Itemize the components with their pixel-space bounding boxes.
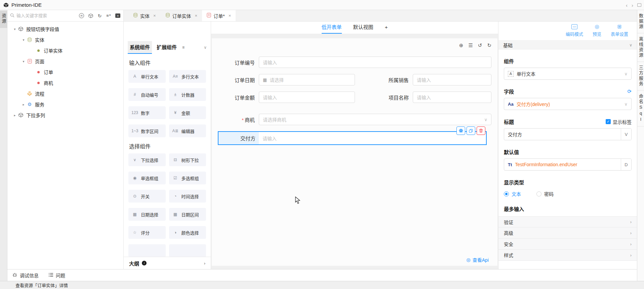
view-tab-1[interactable]: 低开表单 xyxy=(322,22,342,34)
tree-item[interactable]: ▾按钮切换字段值 xyxy=(7,24,123,34)
close-icon[interactable]: × xyxy=(153,13,156,18)
palette-menu-icon[interactable]: ≡ xyxy=(182,45,185,50)
form-text-input[interactable]: 请输入 xyxy=(413,92,491,103)
section-basic-header[interactable]: 基础 ∨ xyxy=(498,40,637,49)
palette-item[interactable]: ◔时间选择 xyxy=(169,190,206,203)
tree-down-arrow-icon[interactable]: ▾ xyxy=(12,27,17,31)
title-input[interactable]: 交付方 xyxy=(504,129,621,140)
palette-item[interactable]: #自动编号 xyxy=(128,88,166,101)
accordion-验证[interactable]: 验证› xyxy=(498,216,637,227)
rail-tab-resources[interactable]: 资源 xyxy=(0,11,7,28)
action-preview[interactable]: ◎预览 xyxy=(593,24,601,40)
view-api-link[interactable]: ◎ 查看Api xyxy=(467,256,489,263)
form-text-input[interactable]: 请输入 xyxy=(413,74,491,85)
close-icon[interactable]: × xyxy=(229,13,231,18)
tab-system-components[interactable]: 系统组件 xyxy=(128,41,152,54)
form-row[interactable]: *商机请选择商机∨ xyxy=(218,114,491,125)
globe-icon[interactable]: ⊕ xyxy=(459,42,464,48)
outline-icon[interactable]: ☰ xyxy=(468,42,473,48)
tree-right-arrow-icon[interactable]: ▸ xyxy=(12,113,17,117)
palette-item[interactable]: A单行文本 xyxy=(128,70,166,83)
add-view-tab[interactable]: + xyxy=(385,22,388,34)
form-select[interactable]: 请选择商机∨ xyxy=(259,114,491,125)
palette-item-partial[interactable] xyxy=(128,244,166,257)
palette-item[interactable]: ☑多选框组 xyxy=(169,172,206,184)
palette-item[interactable]: 123数字 xyxy=(128,106,166,119)
editor-tab-3[interactable]: 订单*× xyxy=(202,10,236,21)
palette-item[interactable]: ∨下拉选择 xyxy=(128,153,166,166)
redo-icon[interactable]: ↻ xyxy=(487,42,491,48)
copy-button[interactable] xyxy=(467,127,475,135)
nav-forward-icon[interactable]: › xyxy=(632,2,633,8)
palette-item[interactable]: A≣编辑器 xyxy=(169,124,206,137)
palette-item[interactable]: ¥金额 xyxy=(169,106,206,119)
form-text-input[interactable]: 请输入 xyxy=(259,132,486,144)
palette-item-partial[interactable] xyxy=(169,244,206,257)
nav-back-icon[interactable]: ‹ xyxy=(626,2,628,8)
form-date-input[interactable]: ▦请选择 xyxy=(259,74,355,85)
form-field[interactable]: 交付方请输入 xyxy=(218,132,486,144)
default-dynamic-button[interactable]: D xyxy=(621,159,631,170)
form-row[interactable]: 订单金额请输入项目名称请输入 xyxy=(218,92,491,103)
tree-item[interactable]: ▾页面 xyxy=(7,56,123,67)
display-type-radio[interactable]: 密码 xyxy=(536,190,554,197)
accordion-高级[interactable]: 高级› xyxy=(498,227,637,239)
bottom-item-问题[interactable]: 问题 xyxy=(49,272,65,279)
palette-item[interactable]: ±计数器 xyxy=(169,88,206,101)
tree-item[interactable]: 商机 xyxy=(7,77,123,88)
tree-down-arrow-icon[interactable]: ▾ xyxy=(21,60,26,63)
undo-icon[interactable]: ↺ xyxy=(478,42,482,48)
display-type-radio[interactable]: 文本 xyxy=(504,190,521,197)
palette-item[interactable]: 1~3数字区间 xyxy=(128,124,166,137)
rail-tab-三方服务[interactable]: 三方服务 xyxy=(637,62,644,91)
model-icon[interactable] xyxy=(88,13,93,19)
tree-item[interactable]: ▾实体 xyxy=(7,34,123,45)
palette-item[interactable]: ▦日期区间 xyxy=(169,208,206,221)
tree-right-arrow-icon[interactable]: ▸ xyxy=(21,103,26,106)
form-row-selected[interactable]: 交付方请输入 xyxy=(218,131,487,145)
form-field[interactable]: 订单编号请输入 xyxy=(218,57,491,68)
palette-item[interactable]: A≡多行文本 xyxy=(169,70,206,83)
sort-icon[interactable]: ≡▲ xyxy=(106,13,112,19)
delete-button[interactable] xyxy=(477,127,485,135)
field-refresh-icon[interactable]: ⟳ xyxy=(627,88,632,95)
component-select[interactable]: A 单行文本 ∨ xyxy=(504,68,632,80)
tree-item[interactable]: 订单实体 xyxy=(7,45,123,56)
refresh-icon[interactable]: ↻ xyxy=(97,13,103,19)
accordion-样式[interactable]: 样式› xyxy=(498,250,637,261)
form-field[interactable]: *商机请选择商机∨ xyxy=(218,114,491,125)
rail-tab-离线资源[interactable]: 离线资源 xyxy=(637,33,644,62)
form-field[interactable]: 订单日期▦请选择 xyxy=(218,74,355,85)
tree-item[interactable]: ▸下拉多列 xyxy=(7,110,123,120)
form-text-input[interactable]: 请输入 xyxy=(259,57,491,68)
palette-item[interactable]: ▦日期选择 xyxy=(128,208,166,221)
tab-extension-components[interactable]: 扩展组件 xyxy=(155,41,179,54)
rail-tab-命名Sql[interactable]: 命名Sql xyxy=(637,91,644,127)
ai-icon[interactable]: AI xyxy=(79,13,84,19)
rail-tab-数据源[interactable]: 数据源 xyxy=(637,10,644,33)
form-text-input[interactable]: 请输入 xyxy=(259,92,355,103)
form-field[interactable]: 所属销售请输入 xyxy=(355,74,491,85)
palette-item[interactable]: ☆评分 xyxy=(128,226,166,239)
show-label-checkbox[interactable]: ✓ xyxy=(606,119,611,124)
palette-item[interactable]: ⊟树形下拉 xyxy=(169,153,206,166)
settings-button[interactable] xyxy=(456,127,465,135)
accordion-安全[interactable]: 安全› xyxy=(498,239,637,250)
tree-item[interactable]: 订单 xyxy=(7,67,123,77)
form-field[interactable]: 项目名称请输入 xyxy=(355,92,491,103)
palette-item[interactable]: ⊙开关 xyxy=(128,190,166,203)
default-value-input[interactable]: Tt TestFormInformation.endUser xyxy=(504,159,621,170)
palette-item[interactable]: ◑颜色选择 xyxy=(169,226,206,239)
outline-bar[interactable]: 大纲 i › xyxy=(124,257,211,269)
editor-tab-2[interactable]: 订单实体× xyxy=(161,10,202,21)
palette-collapse-icon[interactable]: ∨ xyxy=(204,45,207,50)
view-tab-2[interactable]: 默认视图 xyxy=(353,22,373,34)
panel-layout-icon[interactable] xyxy=(637,3,641,7)
tree-down-arrow-icon[interactable]: ▾ xyxy=(21,38,26,42)
tree-item[interactable]: 流程 xyxy=(7,88,123,99)
action-code-mode[interactable]: </>编码模式 xyxy=(566,24,583,40)
editor-tab-1[interactable]: 实体× xyxy=(128,10,161,21)
field-select[interactable]: Aa 交付方(delivery) ∨ xyxy=(504,98,632,110)
form-row[interactable]: 订单编号请输入 xyxy=(218,57,491,68)
action-form-settings[interactable]: ⊞表单设置 xyxy=(611,24,628,40)
